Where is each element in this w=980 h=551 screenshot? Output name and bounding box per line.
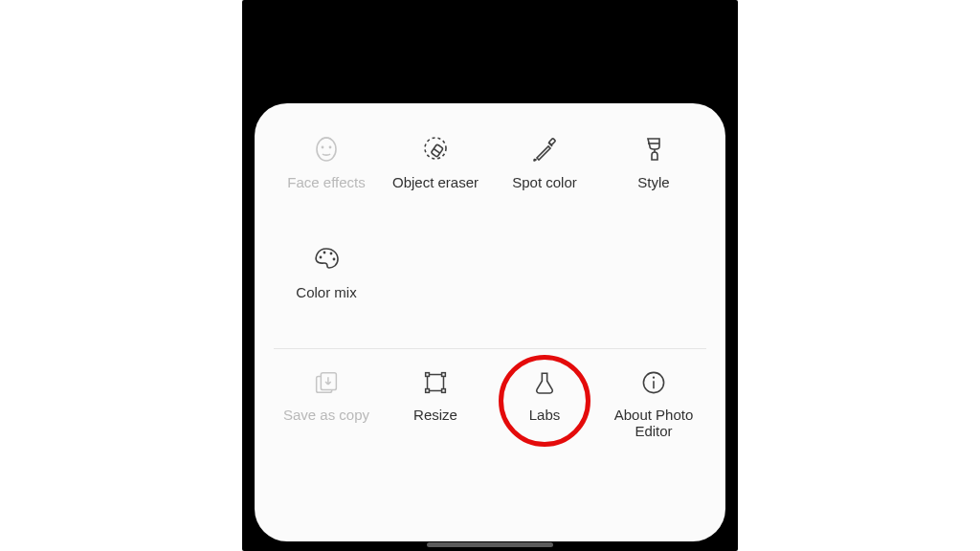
tool-spot-color[interactable]: Spot color [490, 121, 599, 231]
menu-resize[interactable]: Resize [381, 353, 490, 466]
svg-point-10 [330, 253, 333, 255]
tool-face-effects: Face effects [272, 121, 381, 231]
tool-label: Color mix [296, 284, 356, 300]
svg-point-2 [329, 146, 332, 149]
svg-rect-17 [442, 389, 446, 393]
style-icon [637, 134, 670, 166]
tool-grid: Face effects Object eraser [272, 121, 708, 341]
svg-point-0 [317, 138, 336, 161]
svg-rect-6 [548, 138, 555, 144]
phone-frame: Face effects Object eraser [242, 0, 738, 551]
labs-icon [528, 366, 561, 399]
menu-about-photo-editor[interactable]: About Photo Editor [599, 353, 708, 466]
tool-label: Spot color [512, 174, 577, 190]
info-icon [637, 366, 670, 399]
svg-point-19 [653, 377, 655, 379]
tool-label: Style [637, 174, 669, 190]
color-mix-icon [310, 244, 343, 276]
spot-color-icon [528, 134, 561, 166]
face-effects-icon [310, 134, 343, 166]
tool-object-eraser[interactable]: Object eraser [381, 121, 490, 231]
svg-point-8 [320, 256, 323, 259]
svg-rect-14 [426, 373, 430, 377]
tool-color-mix[interactable]: Color mix [272, 231, 381, 341]
editor-options-sheet: Face effects Object eraser [255, 103, 725, 541]
svg-point-9 [323, 252, 326, 254]
menu-save-as-copy: Save as copy [272, 353, 381, 466]
svg-point-1 [322, 146, 324, 149]
menu-label: Resize [413, 407, 457, 423]
tool-label: Face effects [287, 174, 365, 190]
menu-label: Save as copy [283, 407, 369, 423]
menu-labs[interactable]: Labs [490, 353, 599, 466]
svg-point-11 [333, 258, 336, 261]
divider [274, 348, 706, 349]
menu-label: Labs [529, 407, 561, 423]
menu-label: About Photo Editor [599, 407, 708, 440]
tool-label: Object eraser [392, 174, 479, 190]
svg-line-5 [434, 149, 440, 154]
object-eraser-icon [419, 134, 452, 166]
svg-rect-15 [442, 373, 446, 377]
tool-style[interactable]: Style [599, 121, 708, 231]
gesture-handle[interactable] [427, 542, 553, 547]
bottom-menu: Save as copy Resize [272, 353, 708, 466]
save-as-copy-icon [310, 366, 343, 399]
svg-rect-16 [426, 389, 430, 393]
resize-icon [419, 366, 452, 399]
